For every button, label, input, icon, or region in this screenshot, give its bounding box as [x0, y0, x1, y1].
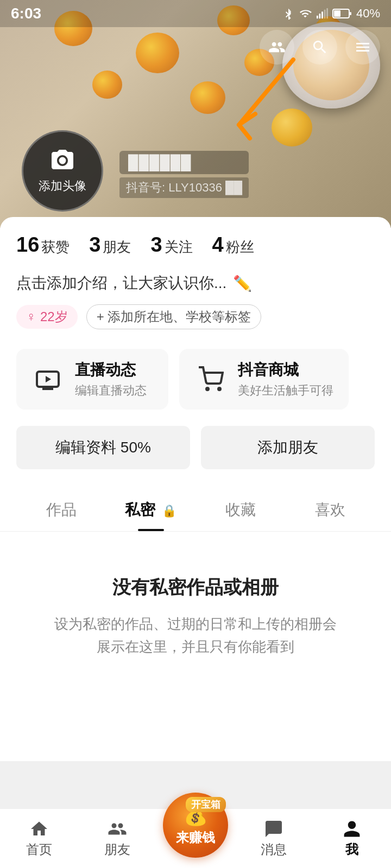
- svg-rect-0: [317, 16, 318, 18]
- live-feature-card[interactable]: 直播动态 编辑直播动态: [16, 349, 168, 410]
- lock-icon: 🔒: [162, 504, 176, 518]
- username-text: ██████: [119, 151, 249, 174]
- feature-row: 直播动态 编辑直播动态 抖音商城 美好生活触手可得: [16, 349, 375, 410]
- stat-friends-label: 朋友: [103, 238, 131, 257]
- user-id: 抖音号: LLY10336 ██: [119, 177, 249, 198]
- nav-profile-label: 我: [345, 841, 358, 858]
- svg-marker-10: [46, 376, 51, 382]
- tab-likes[interactable]: 喜欢: [285, 489, 375, 531]
- age-label: 22岁: [40, 308, 68, 326]
- gender-symbol: ♀: [26, 309, 36, 324]
- tab-collections[interactable]: 收藏: [195, 489, 285, 531]
- bio-text: 点击添加介绍，让大家认识你...: [16, 273, 226, 293]
- shop-feature-card[interactable]: 抖音商城 美好生活触手可得: [179, 349, 349, 410]
- menu-button[interactable]: [345, 30, 380, 65]
- status-time: 6:03: [11, 5, 41, 22]
- nav-messages[interactable]: 消息: [235, 819, 313, 858]
- tab-private[interactable]: 私密 🔒: [106, 489, 195, 531]
- stat-fans-label: 粉丝: [226, 238, 254, 257]
- main-card: 16 获赞 3 朋友 3 关注 4 粉丝 点击添加介绍，让大家认识你... ✏️…: [0, 217, 391, 761]
- search-button[interactable]: [302, 30, 337, 65]
- stat-following-num: 3: [150, 233, 162, 257]
- shop-feature-text: 抖音商城 美好生活触手可得: [238, 360, 333, 399]
- message-icon: [264, 819, 283, 839]
- bluetooth-icon: [282, 8, 294, 20]
- tab-private-label: 私密: [125, 501, 155, 518]
- tab-works-label: 作品: [46, 501, 77, 518]
- shop-feature-title: 抖音商城: [238, 360, 333, 380]
- svg-point-12: [218, 388, 220, 390]
- stat-friends[interactable]: 3 朋友: [89, 233, 131, 257]
- add-friend-button[interactable]: 添加朋友: [201, 426, 375, 469]
- live-feature-text: 直播动态 编辑直播动态: [75, 360, 147, 399]
- fruit-8: [92, 71, 122, 99]
- earn-label: 来赚钱: [176, 829, 215, 846]
- nav-messages-label: 消息: [261, 841, 287, 858]
- earn-money-button[interactable]: 开宝箱 💰 来赚钱: [163, 793, 228, 858]
- tabs-row: 作品 私密 🔒 收藏 喜欢: [0, 489, 391, 532]
- tags-row: ♀ 22岁 + 添加所在地、学校等标签: [16, 304, 375, 329]
- stat-fans[interactable]: 4 粉丝: [212, 233, 254, 257]
- avatar-area[interactable]: 添加头像: [22, 130, 103, 212]
- action-buttons: 编辑资料 50% 添加朋友: [16, 426, 375, 469]
- cart-icon: [198, 366, 224, 392]
- nav-profile[interactable]: 我: [313, 819, 391, 858]
- add-tag-button[interactable]: + 添加所在地、学校等标签: [86, 304, 262, 329]
- add-avatar-label: 添加头像: [39, 178, 86, 194]
- username-area: ██████ 抖音号: LLY10336 ██: [119, 151, 249, 198]
- stat-following[interactable]: 3 关注: [150, 233, 192, 257]
- cover-area: 添加头像 ██████ 抖音号: LLY10336 ██: [0, 0, 391, 228]
- nav-friends-icon: [108, 819, 127, 839]
- cart-icon-wrap: [194, 363, 227, 395]
- nav-home-label: 首页: [26, 841, 52, 858]
- stat-likes-label: 获赞: [41, 238, 70, 257]
- svg-rect-6: [334, 10, 340, 17]
- stat-likes[interactable]: 16 获赞: [16, 233, 70, 257]
- fruit-2: [136, 33, 179, 73]
- svg-rect-3: [324, 10, 326, 18]
- tab-works[interactable]: 作品: [16, 489, 106, 531]
- friends-button[interactable]: [260, 30, 294, 65]
- tv-icon: [35, 366, 61, 392]
- stat-fans-num: 4: [212, 233, 224, 257]
- tv-icon-wrap: [31, 363, 64, 395]
- camera-icon: [49, 148, 75, 174]
- nav-home[interactable]: 首页: [0, 819, 78, 858]
- nav-friends-label: 朋友: [104, 841, 130, 858]
- shop-feature-sub: 美好生活触手可得: [238, 382, 333, 399]
- battery-icon: [332, 8, 352, 19]
- empty-desc: 设为私密的作品、过期的日常和上传的相册会展示在这里，并且只有你能看到: [54, 613, 337, 658]
- svg-rect-2: [321, 11, 323, 18]
- stat-following-label: 关注: [165, 238, 193, 257]
- bottom-nav: 首页 朋友 开宝箱 💰 来赚钱 消息 我: [0, 808, 391, 868]
- status-bar: 6:03 40%: [0, 0, 391, 27]
- svg-rect-4: [326, 8, 328, 18]
- nav-profile-icon: [342, 819, 362, 839]
- earn-badge: 开宝箱: [186, 797, 226, 812]
- gender-age-badge: ♀ 22岁: [16, 305, 78, 329]
- nav-center[interactable]: 开宝箱 💰 来赚钱: [156, 820, 235, 858]
- avatar-circle[interactable]: 添加头像: [22, 130, 103, 212]
- live-feature-title: 直播动态: [75, 360, 147, 380]
- bio-edit-icon[interactable]: ✏️: [233, 275, 252, 292]
- empty-title: 没有私密作品或相册: [112, 575, 279, 600]
- bio-row[interactable]: 点击添加介绍，让大家认识你... ✏️: [16, 273, 375, 293]
- battery-percent: 40%: [356, 7, 380, 21]
- nav-friends[interactable]: 朋友: [78, 819, 156, 858]
- tab-likes-label: 喜欢: [315, 501, 345, 518]
- add-tag-label: + 添加所在地、学校等标签: [97, 308, 251, 326]
- empty-state: 没有私密作品或相册 设为私密的作品、过期的日常和上传的相册会展示在这里，并且只有…: [16, 532, 375, 691]
- wifi-icon: [299, 8, 312, 20]
- stats-row: 16 获赞 3 朋友 3 关注 4 粉丝: [16, 233, 375, 257]
- live-feature-sub: 编辑直播动态: [75, 382, 147, 399]
- home-icon: [29, 819, 49, 839]
- tab-collections-label: 收藏: [225, 501, 256, 518]
- edit-profile-button[interactable]: 编辑资料 50%: [16, 426, 190, 469]
- status-icons: 40%: [282, 7, 380, 21]
- stat-friends-num: 3: [89, 233, 100, 257]
- svg-rect-7: [350, 12, 351, 15]
- header-actions: [260, 30, 380, 65]
- svg-rect-1: [319, 14, 320, 18]
- signal-icon: [316, 8, 328, 20]
- svg-point-11: [206, 388, 209, 390]
